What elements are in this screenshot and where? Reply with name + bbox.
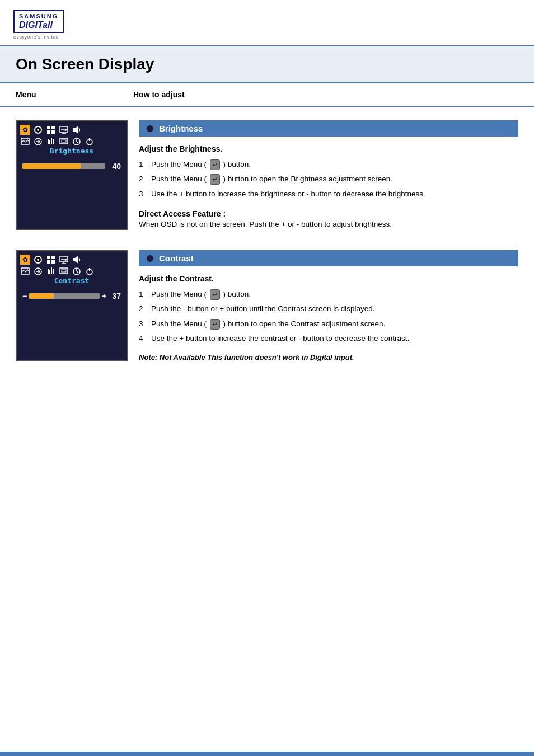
svg-rect-42: [53, 269, 54, 274]
svg-rect-16: [51, 138, 52, 144]
svg-rect-17: [53, 139, 54, 144]
svg-marker-11: [75, 126, 78, 134]
svg-rect-6: [60, 126, 68, 132]
grid-icon: [46, 125, 56, 135]
contrast-slider-track: [29, 293, 100, 299]
monitor-icon: [59, 125, 69, 135]
logo-box: SAMSUNG DIGITall: [13, 10, 64, 33]
contrast-icons-row2: [20, 266, 123, 276]
svg-rect-5: [51, 130, 55, 134]
svg-rect-43: [60, 268, 68, 274]
contrast-power-icon: [85, 266, 95, 276]
svg-rect-30: [51, 260, 55, 264]
page-title: On Screen Display: [16, 55, 518, 73]
adjust-column-header: How to adjust: [133, 90, 518, 99]
svg-rect-35: [73, 258, 75, 261]
svg-line-22: [77, 142, 78, 143]
contrast-steps: 1 Push the Menu ( ↵ ) button. 2 Push the…: [139, 289, 518, 344]
brightness-steps: 1 Push the Menu ( ↵ ) button. 2 Push the…: [139, 159, 518, 200]
contrast-subtitle: Adjust the Contrast.: [139, 274, 518, 283]
logo-tagline: everyone's Invited: [13, 34, 59, 40]
brightness-step-1: 1 Push the Menu ( ↵ ) button.: [139, 159, 518, 170]
svg-rect-27: [47, 256, 50, 259]
header: SAMSUNG DIGITall everyone's Invited: [0, 0, 534, 46]
svg-rect-29: [47, 260, 50, 264]
footer-bar: [0, 752, 534, 756]
clock-icon: [72, 137, 82, 147]
contrast-step-4: 4 Use the + button to increase the contr…: [139, 333, 518, 344]
contrast-title-bar: Contrast: [139, 250, 518, 266]
svg-rect-28: [51, 256, 55, 259]
page-title-bar: On Screen Display: [0, 46, 534, 83]
svg-rect-15: [49, 140, 50, 144]
brightness-step-2: 2 Push the Menu ( ↵ ) button to open the…: [139, 173, 518, 185]
contrast-slider-row: − + 37: [20, 288, 123, 304]
svg-rect-2: [47, 126, 50, 129]
contrast-clock-icon: [72, 266, 82, 276]
bars-icon: [46, 137, 56, 147]
logo-digital-text: DIGITall: [19, 20, 58, 30]
svg-rect-14: [48, 139, 49, 144]
direct-access-title: Direct Access Feature :: [139, 209, 226, 218]
svg-rect-4: [47, 130, 50, 134]
brightness-menu-preview: ✿: [16, 120, 128, 230]
svg-point-26: [37, 259, 39, 261]
contrast-bars-icon: [46, 266, 56, 276]
contrast-section: ✿: [16, 250, 518, 361]
brightness-step-3: 3 Use the + button to increase the brigh…: [139, 189, 518, 200]
contrast-note: Note: Not Available This function doesn'…: [139, 353, 518, 361]
icons-row2: [20, 137, 123, 147]
contrast-sun-icon: ✿: [20, 255, 30, 265]
arrow-icon: [33, 137, 43, 147]
logo: SAMSUNG DIGITall everyone's Invited: [13, 10, 521, 40]
svg-line-47: [77, 271, 78, 273]
main-content: ✿: [0, 107, 534, 395]
contrast-arrow-icon: [33, 266, 43, 276]
brightness-dot: [147, 125, 153, 132]
svg-rect-40: [49, 270, 50, 274]
contrast-slider-fill: [29, 293, 54, 299]
contrast-grid-icon: [46, 255, 56, 265]
contrast-step-1: 1 Push the Menu ( ↵ ) button.: [139, 289, 518, 300]
power-icon: [85, 137, 95, 147]
brightness-slider-value: 40: [109, 162, 121, 171]
svg-rect-41: [51, 267, 52, 274]
contrast-screen-icon: [59, 266, 69, 276]
contrast-plus: +: [102, 292, 106, 300]
brightness-slider-track: [22, 163, 105, 169]
svg-rect-31: [60, 256, 68, 262]
contrast-title: Contrast: [159, 253, 194, 263]
contrast-menu-btn-3: ↵: [210, 319, 220, 330]
picture-icon: [20, 137, 30, 147]
brightness-title: Brightness: [159, 124, 203, 133]
brightness-title-bar: Brightness: [139, 120, 518, 137]
contrast-speaker-icon: [72, 255, 82, 265]
screen-icon: [59, 137, 69, 147]
contrast-dot: [147, 255, 153, 262]
icons-row1: ✿: [20, 125, 123, 135]
svg-rect-39: [48, 269, 49, 274]
brightness-direct-access: Direct Access Feature : When OSD is not …: [139, 209, 518, 230]
contrast-icons-row1: ✿: [20, 255, 123, 265]
brightness-section: ✿: [16, 120, 518, 230]
menu-column-header: Menu: [16, 90, 133, 99]
svg-point-1: [37, 129, 39, 131]
speaker-icon: [72, 125, 82, 135]
column-headers: Menu How to adjust: [0, 83, 534, 107]
contrast-menu-preview: ✿: [16, 250, 128, 361]
svg-rect-10: [73, 128, 75, 132]
brightness-slider-row: 40: [20, 158, 123, 174]
sun-icon: ✿: [20, 125, 30, 135]
svg-marker-36: [75, 256, 78, 264]
svg-rect-3: [51, 126, 55, 129]
menu-btn-1: ↵: [210, 159, 220, 170]
brightness-adjust-content: Brightness Adjust the Brightness. 1 Push…: [139, 120, 518, 230]
contrast-picture-icon: [20, 266, 30, 276]
logo-digital-span: DIGITall: [19, 20, 53, 30]
brightness-menu-label: Brightness: [20, 147, 123, 155]
contrast-menu-btn-1: ↵: [210, 289, 220, 300]
svg-rect-44: [62, 270, 66, 272]
direct-access-text: When OSD is not on the screen, Push the …: [139, 219, 518, 230]
svg-rect-18: [60, 138, 68, 144]
contrast-adjust-content: Contrast Adjust the Contrast. 1 Push the…: [139, 250, 518, 361]
